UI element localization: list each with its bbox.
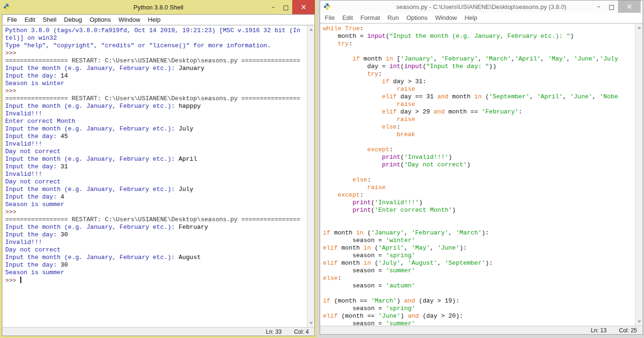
scroll-up-icon[interactable] xyxy=(307,26,314,33)
shell-menu-options[interactable]: Options xyxy=(86,15,115,24)
editor-line: season = 'spring' xyxy=(323,252,635,260)
editor-line: raise xyxy=(323,101,635,108)
scroll-down-icon[interactable] xyxy=(635,318,643,325)
shell-line: Season is winter xyxy=(5,80,307,87)
editor-menu-options[interactable]: Options xyxy=(402,13,431,22)
editor-line: try: xyxy=(323,40,635,48)
shell-vertical-scrollbar[interactable] xyxy=(307,26,314,327)
editor-line: elif day > 29 and month == 'February': xyxy=(323,108,635,116)
scroll-up-icon[interactable] xyxy=(635,24,643,31)
editor-menu-help[interactable]: Help xyxy=(461,13,481,22)
editor-text-area[interactable]: while True: month = input("Input the mon… xyxy=(320,23,643,326)
shell-line: Season is summer xyxy=(5,269,307,277)
editor-line: if (month == 'March') and (day > 19): xyxy=(323,297,635,305)
editor-titlebar[interactable]: seasons.py - C:\Users\USIANENE\Desktop\s… xyxy=(320,0,643,13)
shell-line: >>> xyxy=(5,50,307,57)
shell-titlebar[interactable]: Python 3.8.0 Shell – □ × xyxy=(0,0,317,14)
editor-menu-window[interactable]: Window xyxy=(431,13,461,22)
shell-line: Input the month (e.g. January, February … xyxy=(5,125,307,133)
editor-line xyxy=(323,222,635,229)
editor-line: elif month in ('July', 'August', 'Septem… xyxy=(323,260,635,267)
editor-line: season = 'autumn' xyxy=(323,282,635,290)
shell-line: ================= RESTART: C:\Users\USIA… xyxy=(5,95,307,103)
shell-line: Input the month (e.g. January, February … xyxy=(5,254,307,261)
shell-line: Input the day: 30 xyxy=(5,231,307,239)
shell-line: Input the day: 4 xyxy=(5,193,307,201)
shell-window-controls: – □ × xyxy=(267,0,317,14)
editor-line: except: xyxy=(323,191,635,199)
editor-column-indicator: Col: 25 xyxy=(619,327,637,334)
editor-line: print('Day not correct') xyxy=(323,161,635,169)
editor-line: season = 'summer' xyxy=(323,320,635,326)
shell-line: Day not correct xyxy=(5,178,307,186)
close-icon[interactable]: × xyxy=(618,0,641,13)
editor-line: try: xyxy=(323,70,635,78)
shell-line: Input the day: 14 xyxy=(5,72,307,80)
editor-line: month = input("Input the month (e.g. Jan… xyxy=(323,33,635,40)
shell-line-indicator: Ln: 33 xyxy=(266,329,281,335)
python-logo-icon xyxy=(323,3,331,10)
desktop: { "colors":{ "desktop":"#d8d8d8","title_… xyxy=(0,0,644,338)
close-icon[interactable]: × xyxy=(292,0,315,14)
text-caret xyxy=(20,277,21,283)
minimize-icon[interactable]: – xyxy=(267,0,279,14)
maximize-icon[interactable]: □ xyxy=(279,0,292,14)
shell-line: Input the day: 45 xyxy=(5,133,307,140)
editor-line: day = int(input("Input the day: ")) xyxy=(323,63,635,70)
shell-line: Invalid!!! xyxy=(5,140,307,148)
editor-menu-edit[interactable]: Edit xyxy=(339,13,357,22)
minimize-icon[interactable]: – xyxy=(592,0,605,13)
editor-line: raise xyxy=(323,116,635,123)
scroll-down-icon[interactable] xyxy=(307,320,314,327)
editor-menubar: FileEditFormatRunOptionsWindowHelp xyxy=(320,13,643,23)
shell-line: Invalid!!! xyxy=(5,110,307,118)
shell-menu-help[interactable]: Help xyxy=(144,15,165,24)
editor-menu-file[interactable]: File xyxy=(321,13,339,22)
shell-menu-window[interactable]: Window xyxy=(114,15,144,24)
shell-line: Season is summer xyxy=(5,201,307,208)
python-logo-icon xyxy=(3,3,11,11)
shell-statusbar: Ln: 33 Col: 4 xyxy=(2,327,314,336)
editor-line: print('Invalid!!!') xyxy=(323,154,635,161)
shell-menu-file[interactable]: File xyxy=(3,15,21,24)
shell-text-area[interactable]: Python 3.8.0 (tags/v3.8.0:fa919fd, Oct 1… xyxy=(2,25,314,327)
shell-menu-edit[interactable]: Edit xyxy=(21,15,39,24)
editor-line: raise xyxy=(323,86,635,93)
shell-line: ================= RESTART: C:\Users\USIA… xyxy=(5,216,307,224)
editor-line xyxy=(323,139,635,146)
shell-column-indicator: Col: 4 xyxy=(294,329,309,335)
editor-line: except: xyxy=(323,146,635,154)
shell-line: Input the month (e.g. January, February … xyxy=(5,103,307,110)
shell-line: Enter correct Month xyxy=(5,118,307,125)
idle-python-icon[interactable] xyxy=(3,3,11,11)
shell-menu-debug[interactable]: Debug xyxy=(60,15,86,24)
shell-line: Type "help", "copyright", "credits" or "… xyxy=(5,42,307,50)
idle-python-icon[interactable] xyxy=(323,2,331,11)
shell-line: >>> xyxy=(5,277,307,284)
editor-line xyxy=(323,214,635,222)
editor-line xyxy=(323,48,635,55)
editor-line: else: xyxy=(323,176,635,184)
shell-line: Invalid!!! xyxy=(5,239,307,246)
editor-line: if month in ('January', 'February', 'Mar… xyxy=(323,229,635,237)
shell-window: Python 3.8.0 Shell – □ × FileEditShellDe… xyxy=(0,0,317,338)
editor-line: season = 'summer' xyxy=(323,267,635,275)
maximize-icon[interactable]: □ xyxy=(605,0,618,13)
shell-line: tel)] on win32 xyxy=(5,35,307,42)
editor-menu-format[interactable]: Format xyxy=(357,13,383,22)
shell-line: >>> xyxy=(5,208,307,216)
shell-line: Input the day: 31 xyxy=(5,163,307,171)
editor-line xyxy=(323,169,635,176)
editor-line: elif day == 31 and month in ('September'… xyxy=(323,93,635,101)
shell-line: Input the month (e.g. January, February … xyxy=(5,224,307,231)
editor-line: else: xyxy=(323,275,635,282)
shell-line: Invalid!!! xyxy=(5,171,307,178)
shell-window-body: FileEditShellDebugOptionsWindowHelp Pyth… xyxy=(2,14,315,336)
editor-line xyxy=(323,290,635,297)
shell-menu-shell[interactable]: Shell xyxy=(39,15,60,24)
editor-code: while True: month = input("Input the mon… xyxy=(320,24,635,326)
editor-menu-run[interactable]: Run xyxy=(384,13,403,22)
editor-line: elif month in ('April', 'May', 'June'): xyxy=(323,244,635,252)
editor-vertical-scrollbar[interactable] xyxy=(635,24,643,326)
editor-window-controls: – □ × xyxy=(592,0,643,13)
